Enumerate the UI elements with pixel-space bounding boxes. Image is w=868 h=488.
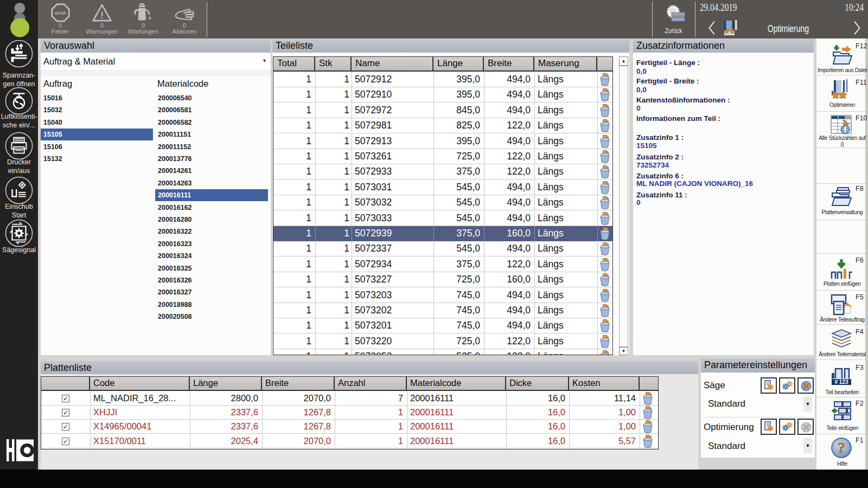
svg-text:?: ?: [838, 439, 845, 456]
svg-text:# 123: # 123: [834, 379, 848, 385]
svg-text:STOP: STOP: [54, 11, 66, 16]
svg-text:!: !: [100, 10, 104, 21]
